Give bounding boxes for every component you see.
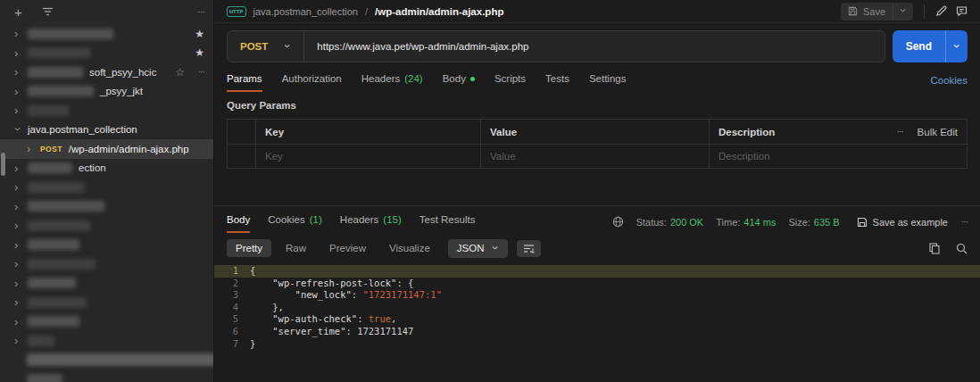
item-more-icon[interactable]: ··· [198,67,204,77]
line-number: 4 [214,302,250,314]
sidebar-item-redacted[interactable]: › [0,331,213,351]
sidebar-item-redacted[interactable]: › [0,101,213,120]
table-input-row: Key Value Description [228,144,967,168]
response-tab-headers[interactable]: Headers(15) [340,214,402,233]
mode-preview[interactable]: Preview [320,239,375,257]
col-header-key[interactable]: Key [256,120,481,144]
tab-body[interactable]: Body [443,73,475,92]
add-icon[interactable]: + [14,5,22,19]
code-line[interactable]: 5 "wp-auth-check": true, [214,313,980,326]
time-value[interactable]: 414 ms [743,217,776,228]
save-dropdown-chevron[interactable]: › [893,3,913,21]
copy-icon[interactable] [929,243,940,254]
sidebar-item-redacted[interactable]: › [0,312,213,332]
sidebar-item-redacted[interactable]: › [0,293,213,312]
response-body-viewer[interactable]: 1 { 2 "wp-refresh-post-lock": { 3 "new_l… [214,262,980,382]
sidebar-item-redacted[interactable]: › [0,216,213,236]
redacted-label [28,162,72,173]
status-value[interactable]: 200 OK [670,217,703,228]
network-globe-icon[interactable] [612,216,624,228]
tab-scripts[interactable]: Scripts [494,73,526,92]
sidebar-more-icon[interactable]: ··· [197,6,204,17]
redacted-label [28,239,79,250]
save-as-example-button[interactable]: Save as example [857,217,948,228]
sidebar-item-psyy-hcic[interactable]: › soft_psyy_hcic ☆ ··· [0,62,213,82]
mode-pretty[interactable]: Pretty [227,239,271,257]
save-button[interactable]: Save › [841,3,913,21]
body-modified-dot [470,77,475,81]
send-dropdown-chevron[interactable]: › [945,30,968,62]
sidebar-item-psyy-jkt[interactable]: › _psyy_jkt [0,82,213,102]
url-input[interactable]: https://www.java.pet/wp-admin/admin-ajax… [304,41,541,52]
bulk-edit-link[interactable]: Bulk Edit [918,127,958,137]
line-number: 2 [214,278,250,290]
table-more-icon[interactable]: ··· [897,127,903,137]
method-dropdown[interactable]: POST › [228,31,304,62]
cookies-link[interactable]: Cookies [930,75,968,92]
save-label: Save [863,6,885,17]
sidebar-item-label: _psyy_jkt [100,86,143,96]
tab-authorization[interactable]: Authorization [282,73,342,92]
filter-icon[interactable] [42,7,54,17]
line-number: 1 [214,265,250,278]
response-more-icon[interactable]: ··· [961,217,968,227]
sidebar-item-redacted[interactable]: › [0,197,213,217]
sidebar-item-redacted[interactable] [0,370,213,382]
search-icon[interactable] [956,243,968,254]
sidebar-item-admin-ajax-request[interactable]: › POST /wp-admin/admin-ajax.php [0,139,213,159]
query-params-table: Key Value Description ··· Bulk Edit Key … [227,119,968,169]
key-input[interactable]: Key [256,145,481,168]
description-input[interactable]: Description [710,145,967,168]
chevron-right-icon: › [14,86,21,97]
sidebar-item-redacted[interactable]: › [0,178,213,197]
redacted-label [28,220,90,231]
sidebar-item-redacted[interactable]: › [0,274,213,294]
edit-pencil-icon[interactable] [935,5,947,17]
send-label: Send [893,30,945,62]
code-line[interactable]: 4 }, [214,302,980,314]
tab-settings[interactable]: Settings [589,73,627,92]
tab-tests[interactable]: Tests [545,73,569,92]
col-header-value[interactable]: Value [481,120,710,144]
format-label: JSON [457,243,485,253]
breadcrumb-collection[interactable]: java.postman_collection [253,6,358,17]
redacted-label [27,353,214,366]
col-header-description[interactable]: Description ··· Bulk Edit [710,120,967,144]
main-panel: HTTP java.postman_collection / /wp-admin… [214,0,980,382]
star-outline-icon[interactable]: ☆ [175,66,185,79]
chevron-right-icon: › [14,335,21,346]
postman-window: + ··· › ★ › ★ › soft_psyy_hcic ☆ · [0,0,980,382]
time-label: Time: [716,217,740,228]
value-input[interactable]: Value [481,145,710,168]
http-request-icon: HTTP [227,6,246,17]
chevron-right-icon: › [14,28,21,39]
sidebar-item-java-postman-collection[interactable]: › java.postman_collection [0,120,213,140]
wrap-lines-icon[interactable] [517,240,541,257]
chevron-right-icon: › [14,278,21,289]
tab-headers[interactable]: Headers(24) [361,73,423,92]
sidebar-item-redacted[interactable]: › ection [0,159,213,179]
star-filled-icon[interactable]: ★ [195,28,204,40]
mode-visualize[interactable]: Visualize [380,239,439,257]
code-line[interactable]: 1 { [214,265,980,278]
tab-params[interactable]: Params [227,73,262,92]
sidebar-item-redacted[interactable] [0,351,213,370]
mode-raw[interactable]: Raw [277,239,315,257]
response-tab-test-results[interactable]: Test Results [419,214,476,233]
code-line[interactable]: 7 } [214,338,980,351]
format-dropdown[interactable]: JSON › [448,239,509,258]
response-tab-body[interactable]: Body [227,214,250,233]
size-value[interactable]: 635 B [814,217,840,228]
star-filled-icon[interactable]: ★ [195,46,204,59]
sidebar-item-redacted[interactable]: › [0,236,213,255]
code-line[interactable]: 3 "new_lock": "1723171147:1" [214,289,980,302]
code-line[interactable]: 2 "wp-refresh-post-lock": { [214,278,980,290]
sidebar-item-redacted[interactable]: › ★ [0,24,213,44]
sidebar-scrollbar-thumb[interactable] [1,153,5,176]
sidebar-item-redacted[interactable]: › [0,254,213,274]
code-line[interactable]: 6 "server_time": 1723171147 [214,326,980,338]
sidebar-item-redacted[interactable]: › ★ [0,44,213,63]
response-tab-cookies[interactable]: Cookies(1) [268,214,322,233]
send-button[interactable]: Send › [893,30,968,62]
comment-icon[interactable] [956,5,968,17]
